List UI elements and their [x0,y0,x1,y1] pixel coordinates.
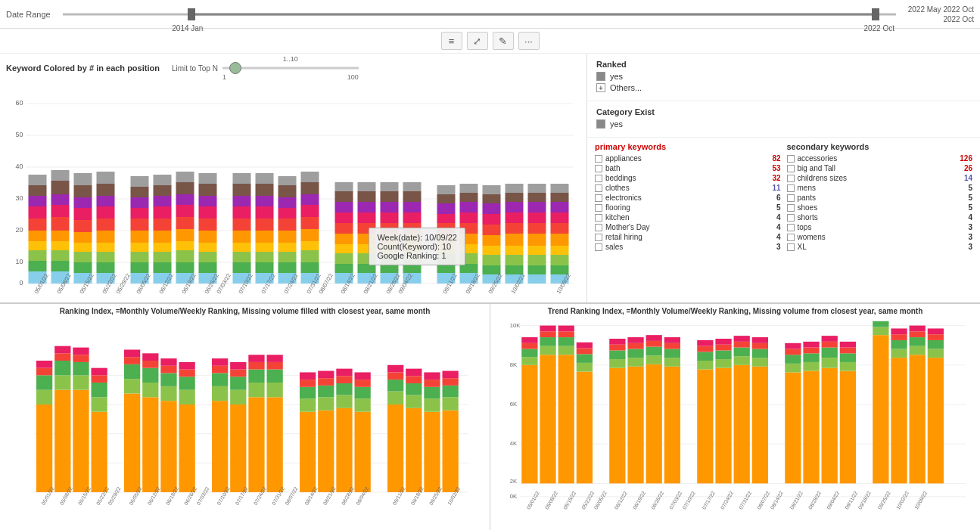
svg-rect-35 [74,262,92,273]
svg-rect-17 [29,241,47,250]
date-range-slider[interactable]: 2014 Jan 2022 Oct [63,7,896,22]
limit-slider-bar [222,67,359,70]
svg-rect-63 [131,176,149,187]
svg-rect-81 [176,194,194,205]
top-bar-chart-area: Keyword Colored by # in each position Li… [0,54,586,302]
svg-rect-282 [92,368,107,376]
svg-text:08/07/22: 08/07/22 [756,490,770,510]
slider-handle-right[interactable] [872,8,879,20]
svg-rect-446 [715,345,731,351]
svg-rect-43 [74,173,92,185]
svg-text:07/24/22: 07/24/22 [720,490,734,510]
svg-rect-186 [460,253,478,264]
svg-rect-323 [300,412,316,492]
svg-rect-301 [179,370,195,377]
svg-rect-167 [403,244,422,253]
svg-rect-406 [540,331,555,337]
toolbar-btn-4[interactable]: ··· [518,32,540,50]
svg-rect-424 [627,358,643,367]
ranked-others: + Others... [596,83,971,92]
svg-rect-115 [278,262,297,273]
primary-keywords-title: primary keywords [595,142,781,151]
svg-rect-354 [424,398,440,411]
slider-value-label: 1..10 [283,55,298,63]
svg-rect-318 [267,397,283,492]
toolbar-btn-3[interactable]: ✎ [493,32,514,50]
slider-handle-left[interactable] [188,8,195,20]
svg-rect-309 [230,390,246,404]
svg-rect-441 [697,346,713,352]
svg-rect-76 [176,250,194,262]
svg-rect-359 [443,397,459,410]
svg-rect-71 [154,196,172,206]
svg-rect-176 [437,253,456,264]
svg-text:09/18/22: 09/18/22 [857,490,872,510]
svg-rect-229 [551,223,569,234]
svg-rect-91 [199,196,217,206]
svg-rect-476 [840,348,856,354]
svg-rect-177 [437,244,456,253]
svg-rect-464 [803,362,819,371]
svg-rect-423 [627,367,643,484]
svg-rect-72 [154,185,172,196]
svg-rect-191 [460,202,478,212]
svg-rect-16 [29,250,47,261]
toolbar-btn-2[interactable]: ⤢ [467,32,488,50]
svg-text:0: 0 [19,279,23,287]
svg-rect-338 [355,412,371,492]
svg-rect-29 [51,217,70,231]
svg-rect-469 [822,358,838,368]
svg-rect-265 [36,375,52,389]
svg-rect-83 [176,172,194,182]
svg-rect-203 [483,185,501,194]
svg-rect-150 [358,212,376,223]
kw-sec-shorts: shorts 4 [787,213,973,222]
svg-rect-68 [154,231,172,243]
svg-rect-39 [74,220,92,232]
limit-slider[interactable] [222,63,359,73]
svg-rect-58 [131,231,149,243]
svg-rect-212 [506,193,524,202]
toolbar: ≡ ⤢ ✎ ··· [0,29,980,54]
svg-rect-230 [551,212,569,223]
toolbar-btn-1[interactable]: ≡ [441,32,462,50]
svg-rect-98 [233,231,251,243]
svg-rect-353 [424,412,440,492]
svg-rect-90 [199,206,217,219]
right-panel: Ranked yes + Others... Category Exist ye… [586,54,980,302]
svg-rect-289 [142,383,158,397]
svg-rect-480 [873,321,888,327]
svg-rect-139 [335,223,353,234]
ranked-section: Ranked yes + Others... [587,54,980,101]
svg-text:06/26/22: 06/26/22 [650,490,664,510]
svg-rect-495 [928,328,944,334]
svg-text:08/14/22: 08/14/22 [770,490,784,510]
chart-header: Keyword Colored by # in each position Li… [0,54,586,82]
svg-rect-199 [483,225,501,235]
svg-rect-273 [73,390,89,492]
svg-rect-215 [528,265,546,274]
svg-rect-474 [840,362,856,371]
category-yes-label: yes [610,119,623,129]
bottom-right-bar-chart: 10K 8K 6K 4K 2K 0K [493,317,977,530]
limit-slider-handle[interactable] [229,62,241,74]
svg-rect-48 [97,231,115,243]
svg-rect-112 [256,184,274,196]
svg-rect-293 [160,401,176,492]
svg-rect-341 [355,380,371,387]
svg-rect-18 [29,231,47,241]
svg-rect-206 [506,255,524,265]
svg-rect-23 [29,175,47,185]
kw-sec-big-tall: big and Tall 26 [787,164,973,172]
svg-rect-271 [54,353,70,361]
svg-text:09/11/22: 09/11/22 [844,490,858,510]
kw-sec-shoes: shoes 5 [787,203,973,212]
svg-rect-170 [403,212,422,223]
svg-rect-484 [891,334,907,340]
svg-rect-22 [29,185,47,196]
svg-rect-65 [154,262,172,273]
slider-fill [188,13,879,15]
svg-rect-231 [551,202,569,212]
svg-rect-161 [381,202,399,212]
svg-rect-100 [233,206,251,219]
